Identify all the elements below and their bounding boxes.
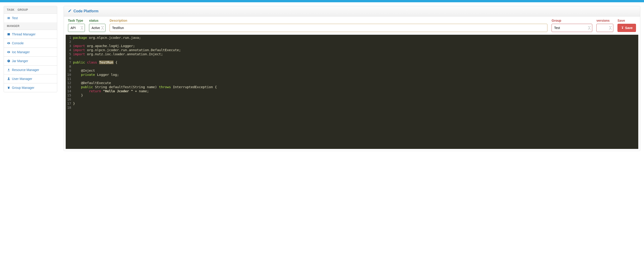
label-status: status — [89, 19, 106, 22]
code-content[interactable]: } — [73, 101, 75, 106]
line-number: 2 — [66, 40, 73, 44]
select-group[interactable]: Test — [552, 24, 592, 32]
sidebar-item-console[interactable]: Console — [4, 39, 57, 48]
label-description: Description — [110, 19, 548, 22]
sidebar-item-label: Thread Manager — [12, 32, 36, 36]
form-row: Task Type API status Active Description — [64, 16, 640, 34]
code-content[interactable]: import org.nutz.ioc.loader.annotation.In… — [73, 52, 163, 56]
sidebar: TASK GROUP Test MANGER Thread ManagerCon… — [4, 6, 57, 151]
line-number: 3 — [66, 44, 73, 48]
tasks-icon — [7, 16, 10, 20]
code-line[interactable]: 7public class TestRun { — [66, 60, 638, 64]
code-content[interactable]: public String defaultTest(String name) t… — [73, 85, 217, 89]
code-content[interactable]: @DefaultExecute — [73, 81, 111, 85]
main-content: Code Platform Task Type API status Activ… — [64, 6, 640, 151]
line-number: 16 — [66, 97, 73, 101]
line-number: 12 — [66, 81, 73, 85]
sidebar-header-task: TASK — [7, 8, 14, 11]
code-content[interactable]: public class TestRun { — [73, 60, 118, 64]
code-line[interactable]: 2 — [66, 40, 638, 44]
code-line[interactable]: 14 return "Hello Jcoder " + name; — [66, 89, 638, 93]
code-line[interactable]: 6 — [66, 56, 638, 60]
code-content[interactable]: import org.nlpcn.jcoder.run.annotation.D… — [73, 48, 181, 52]
content-header: Code Platform — [64, 6, 640, 16]
line-number: 6 — [66, 56, 73, 60]
code-line[interactable]: 15 } — [66, 93, 638, 97]
select-versions[interactable] — [596, 24, 613, 32]
sidebar-item-label: Test — [12, 16, 18, 20]
line-number: 18 — [66, 106, 73, 110]
line-number: 13 — [66, 85, 73, 89]
label-task-type: Task Type — [68, 19, 85, 22]
sidebar-item-label: Resource Manager — [12, 68, 39, 72]
sidebar-item-label: Jar Manger — [12, 59, 28, 63]
sidebar-item-jar-manger[interactable]: Jar Manger — [4, 57, 57, 66]
line-number: 7 — [66, 60, 73, 64]
sidebar-item-resource-manager[interactable]: Resource Manager — [4, 66, 57, 74]
code-content[interactable]: package org.nlpcn.jcoder.run.java; — [73, 36, 141, 40]
code-content[interactable]: private Logger log; — [73, 73, 119, 77]
line-number: 1 — [66, 36, 73, 40]
sidebar-item-label: User Manager — [12, 77, 32, 81]
line-number: 4 — [66, 48, 73, 52]
label-save: Save — [618, 19, 636, 22]
sidebar-header-group: GROUP — [18, 8, 28, 11]
select-task-type[interactable]: API — [68, 24, 85, 32]
sidebar-header-manger: MANGER — [4, 22, 57, 30]
code-line[interactable]: 17} — [66, 101, 638, 106]
line-number: 8 — [66, 64, 73, 69]
input-description[interactable] — [110, 24, 548, 32]
code-content[interactable]: @Inject — [73, 69, 95, 73]
code-editor[interactable]: 1package org.nlpcn.jcoder.run.java;23imp… — [66, 35, 638, 149]
code-line[interactable]: 16 — [66, 97, 638, 101]
tower-icon — [7, 86, 10, 90]
line-number: 5 — [66, 52, 73, 56]
sidebar-item-test[interactable]: Test — [4, 14, 57, 22]
sidebar-item-ioc-manager[interactable]: Ioc Manager — [4, 48, 57, 57]
save-button-label: Save — [625, 26, 632, 30]
code-line[interactable]: 10 private Logger log; — [66, 73, 638, 77]
sidebar-item-thread-manager[interactable]: Thread Manager — [4, 30, 57, 39]
code-line[interactable]: 4import org.nlpcn.jcoder.run.annotation.… — [66, 48, 638, 52]
code-line[interactable]: 3import org.apache.log4j.Logger; — [66, 44, 638, 48]
eye-icon — [7, 50, 10, 54]
line-number: 10 — [66, 73, 73, 77]
edit-icon — [68, 9, 72, 13]
list-alt-icon — [7, 32, 10, 36]
line-number: 17 — [66, 101, 73, 106]
code-line[interactable]: 1package org.nlpcn.jcoder.run.java; — [66, 36, 638, 40]
eye-icon — [7, 41, 10, 45]
code-content[interactable]: return "Hello Jcoder " + name; — [73, 89, 149, 93]
sidebar-item-label: Group Manager — [12, 86, 34, 90]
code-line[interactable]: 11 — [66, 77, 638, 81]
code-line[interactable]: 8 — [66, 64, 638, 69]
sidebar-item-label: Ioc Manager — [12, 50, 30, 54]
sidebar-item-label: Console — [12, 41, 24, 45]
sidebar-item-user-manager[interactable]: User Manager — [4, 74, 57, 83]
sidebar-header-task-group: TASK GROUP — [4, 6, 57, 14]
user-icon — [7, 77, 10, 81]
line-number: 15 — [66, 93, 73, 97]
download-icon — [621, 26, 624, 30]
top-accent-bar — [0, 0, 644, 2]
upload-icon — [7, 68, 10, 72]
line-number: 11 — [66, 77, 73, 81]
save-button[interactable]: Save — [618, 24, 636, 32]
code-line[interactable]: 13 public String defaultTest(String name… — [66, 85, 638, 89]
code-content[interactable]: import org.apache.log4j.Logger; — [73, 44, 135, 48]
code-line[interactable]: 5import org.nutz.ioc.loader.annotation.I… — [66, 52, 638, 56]
label-group: Group — [552, 19, 592, 22]
code-line[interactable]: 12 @DefaultExecute — [66, 81, 638, 85]
line-number: 14 — [66, 89, 73, 93]
line-number: 9 — [66, 69, 73, 73]
select-status[interactable]: Active — [89, 24, 106, 32]
code-line[interactable]: 18 — [66, 106, 638, 110]
code-line[interactable]: 9 @Inject — [66, 69, 638, 73]
code-content[interactable]: } — [73, 93, 83, 97]
content-title: Code Platform — [74, 9, 98, 13]
sidebar-item-group-manager[interactable]: Group Manager — [4, 83, 57, 92]
clock-icon — [7, 59, 10, 63]
label-versions: versions — [596, 19, 613, 22]
